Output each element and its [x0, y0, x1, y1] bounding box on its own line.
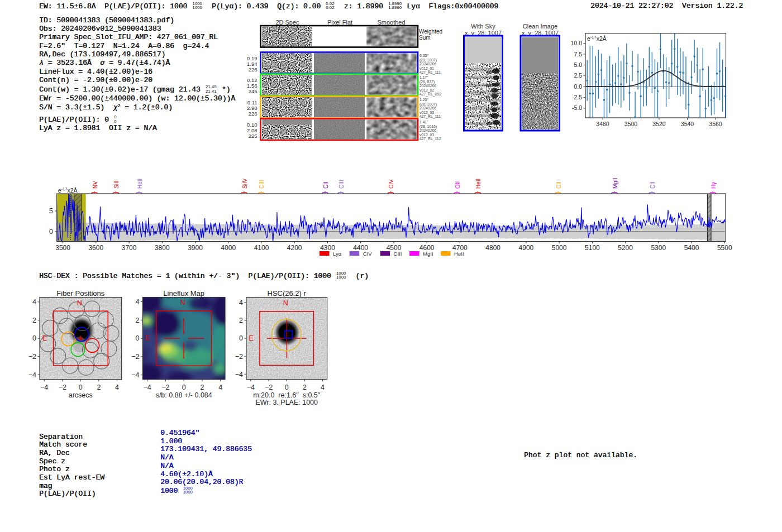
svg-text:-5.0: -5.0 [572, 104, 582, 111]
svg-text:E: E [249, 334, 254, 342]
svg-text:0: 0 [79, 384, 83, 391]
svg-text:s/b: 0.88 +/- 0.084: s/b: 0.88 +/- 0.084 [156, 391, 212, 399]
svg-text:N: N [77, 299, 82, 307]
svg-text:HeII: HeII [137, 179, 143, 189]
svg-text:5200: 5200 [618, 244, 633, 252]
svg-text:5: 5 [49, 207, 53, 215]
svg-text:2: 2 [201, 384, 204, 391]
svg-text:SiIV: SiIV [242, 178, 248, 189]
svg-text:0: 0 [49, 228, 53, 236]
svg-text:4: 4 [32, 298, 36, 306]
svg-text:4000: 4000 [221, 244, 236, 252]
svg-text:Fiber Positions: Fiber Positions [56, 289, 104, 298]
svg-text:4: 4 [239, 299, 243, 306]
svg-text:Lyα: Lyα [333, 251, 342, 257]
svg-text:0: 0 [182, 384, 186, 391]
svg-text:−2: −2 [59, 384, 66, 391]
svg-text:arcsecs: arcsecs [69, 391, 93, 399]
svg-text:CIV: CIV [388, 179, 394, 189]
svg-text:−4: −4 [131, 371, 139, 379]
svg-text:4900: 4900 [519, 244, 534, 252]
svg-text:3500: 3500 [55, 244, 70, 252]
svg-text:4: 4 [321, 384, 325, 391]
svg-text:HeII: HeII [475, 179, 481, 189]
svg-text:N: N [180, 299, 185, 306]
svg-text:2: 2 [303, 384, 307, 391]
svg-text:−4: −4 [143, 384, 151, 391]
svg-text:4: 4 [218, 384, 222, 391]
svg-text:Lineflux Map: Lineflux Map [163, 289, 204, 298]
svg-text:3480: 3480 [596, 121, 609, 127]
svg-text:-2.5: -2.5 [572, 94, 582, 100]
svg-text:5.0: 5.0 [574, 61, 582, 68]
svg-text:5400: 5400 [684, 244, 699, 252]
svg-text:CIII: CIII [394, 251, 402, 257]
svg-text:10.0: 10.0 [571, 40, 583, 46]
svg-text:EWr: 3. PLAE: 1000: EWr: 3. PLAE: 1000 [255, 399, 318, 406]
svg-text:E: E [42, 334, 47, 342]
svg-text:5500: 5500 [717, 244, 732, 252]
svg-text:0: 0 [135, 334, 139, 342]
svg-text:CII: CII [650, 181, 656, 189]
svg-text:−2: −2 [265, 384, 273, 391]
svg-text:3540: 3540 [681, 121, 694, 127]
svg-text:4100: 4100 [254, 244, 269, 252]
svg-text:−4: −4 [28, 371, 36, 379]
svg-text:3900: 3900 [188, 244, 203, 252]
svg-text:CII: CII [323, 181, 329, 189]
svg-text:e-17x2Å: e-17x2Å [587, 35, 607, 42]
svg-text:−2: −2 [161, 384, 169, 391]
svg-text:e-17x2Å: e-17x2Å [58, 186, 78, 194]
svg-text:SiII: SiII [113, 181, 120, 189]
svg-text:HSC(26.2) r: HSC(26.2) r [268, 289, 307, 298]
svg-text:N: N [283, 299, 288, 307]
svg-text:0: 0 [239, 334, 243, 342]
svg-text:−2: −2 [235, 353, 243, 361]
svg-text:0: 0 [285, 384, 289, 391]
svg-text:4: 4 [135, 298, 139, 306]
svg-text:−4: −4 [235, 371, 243, 378]
svg-text:5000: 5000 [552, 244, 567, 252]
svg-text:−4: −4 [40, 384, 48, 391]
svg-text:3520: 3520 [652, 121, 666, 127]
svg-text:3560: 3560 [709, 121, 722, 127]
svg-text:−2: −2 [131, 353, 139, 361]
svg-text:MgII: MgII [612, 178, 618, 189]
svg-text:2: 2 [97, 384, 101, 391]
svg-text:3500: 3500 [624, 121, 638, 127]
svg-text:0.0: 0.0 [574, 83, 582, 90]
svg-text:4200: 4200 [287, 244, 302, 252]
svg-text:−2: −2 [28, 353, 36, 361]
svg-text:2.5: 2.5 [574, 72, 582, 79]
svg-text:2: 2 [135, 317, 139, 324]
svg-text:MgII: MgII [423, 251, 433, 257]
svg-text:4800: 4800 [485, 244, 500, 252]
svg-text:m:20.0 re:1.6" s:0.5": m:20.0 re:1.6" s:0.5" [253, 391, 320, 399]
svg-text:NV: NV [92, 181, 98, 189]
svg-text:Hγ: Hγ [711, 182, 717, 189]
svg-text:4: 4 [115, 384, 119, 391]
svg-text:OII: OII [455, 181, 461, 189]
svg-text:7.5: 7.5 [574, 51, 582, 57]
svg-text:−4: −4 [247, 384, 255, 391]
svg-text:CIII: CIII [259, 180, 265, 189]
svg-text:2: 2 [239, 317, 243, 324]
svg-text:0: 0 [32, 334, 36, 342]
svg-text:CIII: CIII [338, 180, 345, 189]
svg-text:5100: 5100 [585, 244, 600, 252]
svg-text:3800: 3800 [155, 244, 170, 252]
svg-text:E: E [145, 334, 150, 342]
svg-text:2: 2 [32, 317, 36, 324]
svg-text:HeII: HeII [454, 251, 464, 257]
svg-text:CII: CII [556, 181, 562, 189]
svg-text:3700: 3700 [122, 244, 137, 252]
svg-text:3600: 3600 [88, 244, 103, 252]
svg-text:5300: 5300 [651, 244, 666, 252]
svg-text:CIV: CIV [363, 251, 373, 257]
